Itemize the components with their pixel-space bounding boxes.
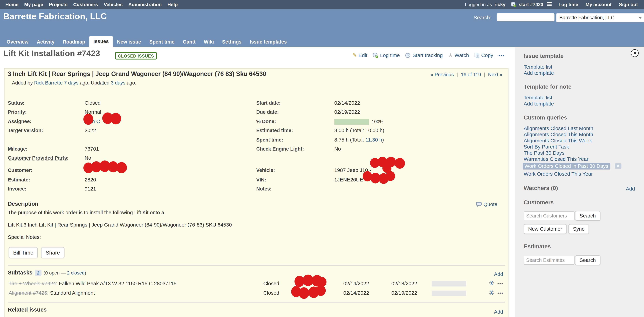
unlink-icon[interactable] xyxy=(488,280,495,286)
mileage-value: 73701 xyxy=(84,146,99,152)
query-link[interactable]: Alignments Closed This Week xyxy=(524,138,592,144)
tab-roadmap[interactable]: Roadmap xyxy=(58,37,89,47)
log-time-link[interactable]: Log time xyxy=(556,0,581,9)
query-link-selected[interactable]: Work Orders Closed in Past 30 Days xyxy=(523,163,610,170)
start-tracking-link[interactable]: start #7423 xyxy=(518,0,544,9)
issue-template-heading: Issue template xyxy=(524,52,564,59)
menu-my-page[interactable]: My page xyxy=(21,0,46,9)
subtask-more-button[interactable]: ••• xyxy=(498,281,504,286)
redaction-blob xyxy=(110,113,121,124)
subtasks-heading: Subtasks2(0 open — 2 closed) xyxy=(8,270,86,276)
subtasks-summary: (0 open — 2 closed) xyxy=(44,270,86,275)
tab-issues[interactable]: Issues xyxy=(89,36,113,47)
query-link[interactable]: Alignments Closed Last Month xyxy=(524,126,593,131)
redaction-blob xyxy=(116,162,127,173)
pagination-separator: | xyxy=(484,72,485,78)
invoice-link[interactable]: 9121 xyxy=(84,186,96,192)
new-customer-button[interactable]: New Customer xyxy=(524,224,566,234)
vin-label: VIN: xyxy=(256,177,266,183)
quote-link[interactable]: Quote xyxy=(476,202,497,207)
top-menu-right: Logged in as ricky start #7423 Log time … xyxy=(462,0,644,9)
add-template-link[interactable]: Add template xyxy=(524,70,554,76)
query-link[interactable]: Alignments Closed This Month xyxy=(524,132,593,138)
project-jump-value: Barrette Fabrication, LLC xyxy=(560,15,614,21)
target-version-link[interactable]: 2022 xyxy=(84,128,96,133)
edit-button[interactable]: ✎Edit xyxy=(352,52,368,58)
template-list-link[interactable]: Template list xyxy=(524,64,552,70)
tab-spent-time[interactable]: Spent time xyxy=(145,37,179,47)
add-related-issue-link[interactable]: Add xyxy=(494,309,503,315)
subtasks-closed-link[interactable]: 2 closed xyxy=(67,270,84,275)
menu-help[interactable]: Help xyxy=(164,0,180,9)
subtask-more-button[interactable]: ••• xyxy=(498,291,504,296)
sync-button[interactable]: Sync xyxy=(568,224,589,234)
spent-time-prefix: 8.75 h (Total: xyxy=(334,137,366,143)
share-button[interactable]: Share xyxy=(41,247,64,258)
notes-label: Notes: xyxy=(256,186,272,192)
subtask-progress-bar xyxy=(432,291,466,296)
query-link[interactable]: The Past 30 Days xyxy=(524,150,564,156)
tab-gantt[interactable]: Gantt xyxy=(178,37,200,47)
added-ago-link[interactable]: 7 days xyxy=(64,80,78,86)
menu-vehicles[interactable]: Vehicles xyxy=(101,0,126,9)
search-customers-button[interactable]: Search xyxy=(575,211,600,221)
vehicle-label: Vehicle: xyxy=(256,167,275,173)
unlink-icon[interactable] xyxy=(488,290,495,296)
subtask-status: Closed xyxy=(263,290,279,296)
estimate-label: Estimate: xyxy=(8,177,30,183)
copy-button[interactable]: Copy xyxy=(474,52,493,58)
query-link[interactable]: Work Orders Closed This Year xyxy=(524,171,593,177)
tab-issue-templates[interactable]: Issue templates xyxy=(246,37,291,47)
subtask-title: : Falken Wild Peak A/T3 W 32 1150 R15 C … xyxy=(56,281,177,287)
spent-time-total-link[interactable]: 11.30 h xyxy=(366,137,382,143)
mileage-label: Mileage: xyxy=(8,146,28,152)
star-icon: ★ xyxy=(448,52,453,58)
issue-position[interactable]: 16 of 119 xyxy=(461,72,481,78)
updated-ago-link[interactable]: 3 days xyxy=(111,80,126,86)
tab-wiki[interactable]: Wiki xyxy=(200,37,218,47)
remove-query-icon[interactable]: ✕ xyxy=(615,163,622,169)
menu-administration[interactable]: Administration xyxy=(126,0,164,9)
tab-new-issue[interactable]: New issue xyxy=(113,37,145,47)
sign-out-link[interactable]: Sign out xyxy=(616,0,640,9)
search-estimates-input[interactable] xyxy=(524,256,574,265)
next-issue-link[interactable]: Next » xyxy=(488,72,502,78)
query-link[interactable]: Warranties Closed This Year xyxy=(524,156,588,162)
add-subtask-link[interactable]: Add xyxy=(494,271,503,277)
bill-time-button[interactable]: Bill Time xyxy=(8,247,38,258)
search-estimates-button[interactable]: Search xyxy=(575,255,600,265)
subtask-link[interactable]: Tire + Wheels #7424 xyxy=(8,281,56,287)
previous-issue-link[interactable]: « Previous xyxy=(430,72,454,78)
menu-projects[interactable]: Projects xyxy=(46,0,70,9)
start-tracking-button[interactable]: Start tracking xyxy=(405,52,443,58)
estimate-link[interactable]: 2820 xyxy=(84,177,96,183)
vin-value: 1JENE26UE xyxy=(334,177,363,183)
query-link[interactable]: Sort By Parent Task xyxy=(524,144,569,150)
note-add-template-link[interactable]: Add template xyxy=(524,101,554,107)
estimated-time-label: Estimated time: xyxy=(256,128,293,133)
search-customers-input[interactable] xyxy=(524,211,574,220)
redaction-blob xyxy=(395,158,405,169)
tab-overview[interactable]: Overview xyxy=(2,37,32,47)
note-template-list-link[interactable]: Template list xyxy=(524,95,552,100)
page-title: Lift Kit Installation #7423 xyxy=(3,49,100,58)
copy-icon xyxy=(474,52,480,58)
tab-settings[interactable]: Settings xyxy=(218,37,246,47)
chevron-down-icon xyxy=(639,17,642,19)
watch-button[interactable]: ★Watch xyxy=(448,52,469,58)
my-account-link[interactable]: My account xyxy=(583,0,614,9)
tab-activity[interactable]: Activity xyxy=(33,37,58,47)
log-time-button[interactable]: Log time xyxy=(373,52,400,58)
menu-customers[interactable]: Customers xyxy=(70,0,101,9)
author-link[interactable]: Rick Barrette xyxy=(34,80,63,86)
add-watcher-link[interactable]: Add xyxy=(626,186,635,192)
menu-home[interactable]: Home xyxy=(2,0,21,9)
check-engine-value: No xyxy=(334,146,341,152)
top-menu-left: Home My page Projects Customers Vehicles… xyxy=(0,0,180,9)
subtask-link[interactable]: Alignment #7425 xyxy=(8,290,47,296)
more-actions-button[interactable]: ••• xyxy=(498,53,504,58)
tracking-list-icon[interactable] xyxy=(547,2,552,7)
quick-search-input[interactable] xyxy=(497,13,554,21)
close-sidebar-icon[interactable]: ✕ xyxy=(631,49,639,57)
project-jump-select[interactable]: Barrette Fabrication, LLC xyxy=(556,13,644,22)
